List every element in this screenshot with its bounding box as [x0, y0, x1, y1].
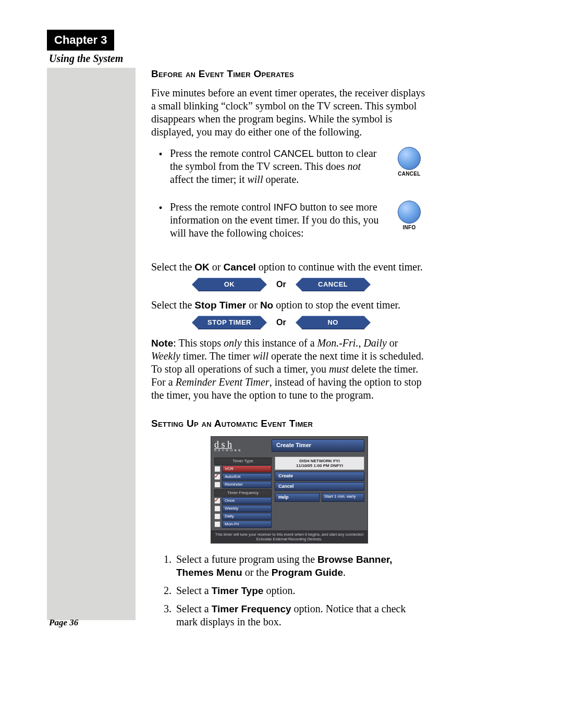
opt-autoext[interactable]: Auto/Ext — [222, 473, 272, 480]
bullet-item-info: • Press the remote control INFO button t… — [151, 201, 427, 240]
chapter-tab: Chapter 3 — [47, 30, 114, 51]
page-subtitle: Using the System — [49, 52, 123, 65]
tv-help-button[interactable]: Help — [275, 493, 320, 502]
select-line-stop-no: Select the Stop Timer or No option to st… — [151, 299, 427, 312]
timer-freq-head: Timer Frequency — [214, 489, 272, 497]
tv-screenshot-wrap: d s h N E T W O R K Create Timer Timer T… — [151, 436, 427, 544]
cancel-keycap: CANCEL — [274, 148, 314, 159]
select-line-ok-cancel: Select the OK or Cancel option to contin… — [151, 261, 427, 274]
tv-left-panel: Timer Type VCR Auto/Ext Reminder Timer F… — [214, 456, 272, 528]
or-label: Or — [276, 317, 286, 328]
checkbox-icon — [214, 521, 221, 527]
step-3: Select a Timer Frequency option. Notice … — [174, 602, 427, 628]
tv-footer-text: This timer will tune your receiver to th… — [211, 530, 368, 543]
opt-reminder[interactable]: Reminder — [222, 481, 272, 488]
checkbox-icon — [214, 498, 221, 504]
bullet-marker: • — [151, 201, 170, 215]
dish-logo: d s h N E T W O R K — [214, 439, 272, 453]
bullet-marker: • — [151, 147, 170, 161]
remote-cancel-button: CANCEL — [391, 147, 427, 179]
or-label: Or — [276, 279, 286, 290]
checkbox-icon — [214, 505, 221, 512]
bullet-item-cancel: • Press the remote control CANCEL button… — [151, 147, 427, 186]
button-row-stop-no: STOP TIMER Or NO — [198, 316, 427, 329]
cancel-circle-label: CANCEL — [398, 171, 421, 178]
step-2: Select a Timer Type option. — [174, 584, 427, 597]
tv-screenshot: d s h N E T W O R K Create Timer Timer T… — [211, 436, 368, 544]
remote-info-button: INFO — [391, 201, 427, 232]
checkbox-icon — [214, 482, 221, 488]
sidebar-shade — [47, 68, 136, 620]
info-circle-icon — [398, 201, 421, 224]
section-heading-setup-timer: Setting Up an Automatic Event Timer — [151, 417, 427, 430]
cancel-button[interactable]: CANCEL — [302, 278, 364, 291]
section-heading-before-timer: Before an Event Timer Operates — [151, 68, 427, 80]
checkbox-icon — [214, 474, 221, 480]
tv-right-panel: DISH NETWORK FYI 11/10/05 1:00 PM DNFYI … — [275, 456, 364, 528]
intro-paragraph: Five minutes before an event timer opera… — [151, 87, 427, 139]
bullet-list: • Press the remote control CANCEL button… — [151, 147, 427, 240]
page: Chapter 3 Using the System Before an Eve… — [0, 0, 563, 728]
opt-monfri[interactable]: Mon-Fri — [222, 521, 272, 528]
timer-type-head: Timer Type — [214, 458, 272, 465]
opt-weekly[interactable]: Weekly — [222, 505, 272, 512]
tv-title: Create Timer — [272, 439, 364, 452]
opt-once[interactable]: Once — [222, 497, 272, 504]
page-number: Page 36 — [49, 617, 78, 628]
button-row-ok-cancel: OK Or CANCEL — [198, 278, 427, 291]
content-column: Before an Event Timer Operates Five minu… — [151, 68, 427, 634]
tv-program-info: DISH NETWORK FYI 11/10/05 1:00 PM DNFYI — [275, 456, 364, 470]
checkbox-icon — [214, 466, 221, 472]
stop-timer-button[interactable]: STOP TIMER — [198, 316, 261, 329]
steps-list: Select a future program using the Browse… — [151, 553, 427, 628]
info-keycap: INFO — [274, 202, 297, 213]
opt-vcr[interactable]: VCR — [222, 465, 272, 473]
opt-daily[interactable]: Daily — [222, 513, 272, 520]
tv-cancel-button[interactable]: Cancel — [275, 482, 364, 491]
ok-button[interactable]: OK — [198, 278, 261, 291]
checkbox-icon — [214, 513, 221, 520]
tv-create-button[interactable]: Create — [275, 472, 364, 480]
no-button[interactable]: NO — [302, 316, 364, 329]
cancel-circle-icon — [398, 147, 421, 170]
bullet-text: Press the remote control INFO button to … — [170, 201, 391, 240]
info-circle-label: INFO — [398, 225, 421, 231]
bullet-text: Press the remote control CANCEL button t… — [170, 147, 391, 186]
tv-start-early-button[interactable]: Start 1 min. early — [322, 493, 364, 502]
note-paragraph: Note: This stops only this instance of a… — [151, 337, 427, 402]
step-1: Select a future program using the Browse… — [174, 553, 427, 579]
